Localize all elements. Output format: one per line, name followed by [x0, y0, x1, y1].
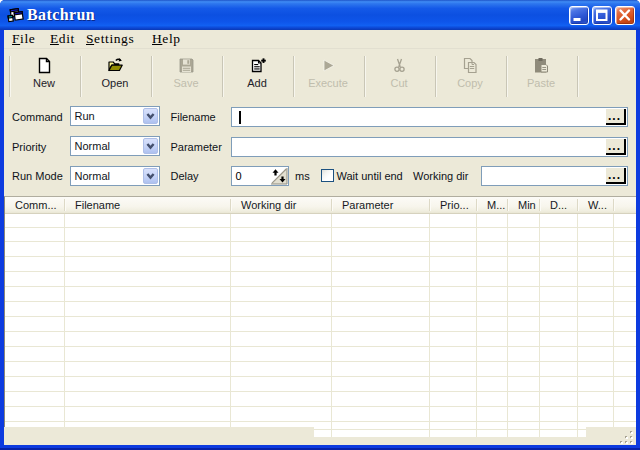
working-dir-input[interactable]: ...	[481, 166, 628, 186]
toolbar-separator	[364, 56, 365, 97]
toolbar-button-save[interactable]: Save	[153, 53, 219, 97]
column-header-w[interactable]: W...	[578, 197, 614, 213]
app-icon-image	[7, 6, 25, 24]
list-body[interactable]	[5, 214, 636, 445]
grid-line-horizontal	[5, 331, 636, 332]
toolbar-button-paste[interactable]: Paste	[508, 53, 574, 97]
menu-bar: File Edit Settings Help	[4, 30, 636, 49]
priority-label: Priority	[12, 141, 46, 153]
menu-help[interactable]: Help	[152, 31, 181, 47]
column-header-m[interactable]: M...	[477, 197, 508, 213]
wait-until-end-checkbox[interactable]	[321, 169, 334, 182]
run-mode-dropdown-button[interactable]	[143, 168, 158, 184]
working-dir-label: Working dir	[413, 170, 468, 182]
menu-file[interactable]: File	[12, 31, 35, 47]
column-header-filename[interactable]: Filename	[65, 197, 231, 213]
column-header-d[interactable]: D...	[540, 197, 578, 213]
grid-line-horizontal	[5, 301, 636, 302]
grid-line-horizontal	[5, 346, 636, 347]
grid-line-horizontal	[5, 421, 636, 422]
paste-clipboard-icon	[533, 57, 550, 74]
command-label: Command	[12, 111, 63, 123]
run-mode-select[interactable]: Normal	[70, 166, 160, 186]
toolbar-label: Cut	[390, 77, 407, 89]
command-select[interactable]: Run	[70, 106, 160, 126]
maximize-button[interactable]	[592, 6, 612, 25]
spin-arrows-icon	[270, 167, 288, 185]
grid-line-vertical	[577, 214, 578, 438]
grid-line-vertical	[507, 214, 508, 438]
toolbar-separator	[9, 56, 10, 97]
client-area: File Edit Settings Help New	[4, 30, 636, 444]
list-header: Comm...FilenameWorking dirParameterPrio.…	[5, 197, 636, 214]
toolbar-label: Add	[247, 77, 267, 89]
grid-line-vertical	[476, 214, 477, 438]
grid-line-vertical	[613, 214, 614, 438]
resize-grip[interactable]	[619, 430, 635, 445]
copy-pages-icon	[462, 57, 479, 74]
menu-settings[interactable]: Settings	[86, 31, 134, 47]
menu-edit[interactable]: Edit	[50, 31, 75, 47]
toolbar-label: New	[33, 77, 55, 89]
toolbar-separator	[435, 56, 436, 97]
command-dropdown-button[interactable]	[143, 108, 158, 124]
filename-input[interactable]: ...	[231, 107, 628, 127]
grid-line-horizontal	[5, 271, 636, 272]
window-title: Batchrun	[27, 6, 95, 24]
column-header-parameter[interactable]: Parameter	[332, 197, 430, 213]
column-header-workingdir[interactable]: Working dir	[231, 197, 332, 213]
filename-label: Filename	[171, 111, 216, 123]
column-header-comm[interactable]: Comm...	[5, 197, 65, 213]
grid-line-horizontal	[5, 391, 636, 392]
minimize-icon	[570, 7, 588, 24]
parameter-input[interactable]: ...	[231, 137, 628, 157]
toolbar-label: Open	[102, 77, 129, 89]
toolbar-separator	[577, 56, 578, 97]
filename-browse-button[interactable]: ...	[606, 109, 626, 125]
toolbar-button-execute[interactable]: Execute	[295, 53, 361, 97]
delay-unit-label: ms	[295, 170, 310, 182]
toolbar-separator	[506, 56, 507, 97]
toolbar-button-cut[interactable]: Cut	[366, 53, 432, 97]
run-mode-value: Normal	[75, 170, 110, 182]
parameter-browse-button[interactable]: ...	[606, 139, 626, 155]
toolbar-button-add[interactable]: Add	[224, 53, 290, 97]
priority-dropdown-button[interactable]	[143, 138, 158, 154]
toolbar-button-open[interactable]: Open	[82, 53, 148, 97]
grid-line-horizontal	[5, 316, 636, 317]
minimize-button[interactable]	[569, 6, 589, 25]
app-window: Batchrun File Edit Settings Help	[0, 0, 640, 450]
toolbar-button-copy[interactable]: Copy	[437, 53, 503, 97]
grid-line-vertical	[64, 214, 65, 438]
add-item-icon	[249, 57, 266, 74]
new-document-icon	[36, 57, 53, 74]
spin-updown-button[interactable]	[270, 167, 288, 185]
title-bar[interactable]: Batchrun	[0, 0, 640, 30]
delay-input[interactable]: 0	[231, 166, 289, 186]
grid-line-vertical	[429, 214, 430, 438]
save-floppy-icon	[178, 57, 195, 74]
toolbar-label: Copy	[457, 77, 483, 89]
grid-line-horizontal	[5, 227, 636, 228]
column-header-min[interactable]: Min	[508, 197, 540, 213]
grid-line-horizontal	[5, 376, 636, 377]
grid-line-vertical	[230, 214, 231, 438]
grid-line-horizontal	[5, 241, 636, 242]
maximize-icon	[593, 7, 611, 24]
toolbar-label: Paste	[527, 77, 555, 89]
chevron-down-icon	[144, 169, 157, 183]
chevron-down-icon	[144, 139, 157, 153]
grid-line-vertical	[539, 214, 540, 438]
toolbar-label: Save	[173, 77, 198, 89]
toolbar-button-new[interactable]: New	[11, 53, 77, 97]
priority-select[interactable]: Normal	[70, 136, 160, 156]
column-header-prio[interactable]: Prio...	[430, 197, 477, 213]
working-dir-browse-button[interactable]: ...	[606, 168, 626, 184]
command-value: Run	[75, 110, 95, 122]
app-icon	[7, 6, 25, 24]
priority-value: Normal	[75, 140, 110, 152]
toolbar-label: Execute	[308, 77, 348, 89]
close-button[interactable]	[615, 6, 635, 25]
toolbar-separator	[293, 56, 294, 97]
delay-label: Delay	[171, 170, 199, 182]
